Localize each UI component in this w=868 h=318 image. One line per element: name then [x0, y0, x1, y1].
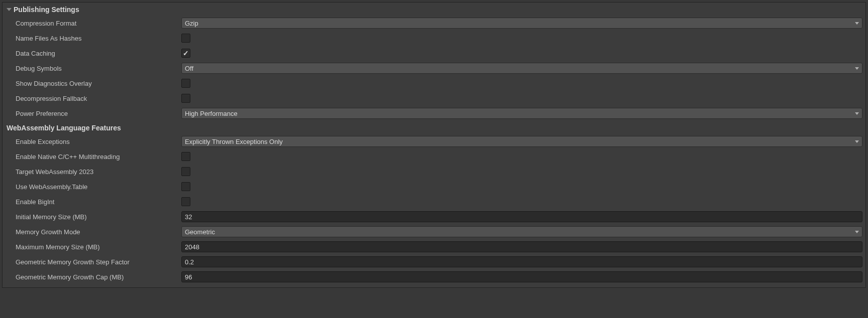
label-data-caching: Data Caching: [6, 50, 181, 57]
row-compression-format: Compression Format Gzip: [6, 16, 862, 31]
label-target-wasm-2023: Target WebAssembly 2023: [6, 168, 181, 176]
input-geometric-growth-cap[interactable]: [181, 271, 862, 282]
input-geometric-growth-step[interactable]: [181, 256, 862, 267]
chevron-down-icon: [855, 140, 859, 143]
row-data-caching: Data Caching: [6, 46, 862, 61]
dropdown-value: Geometric: [185, 228, 215, 236]
label-enable-exceptions: Enable Exceptions: [6, 138, 181, 145]
label-initial-memory-size: Initial Memory Size (MB): [6, 213, 181, 221]
label-memory-growth-mode: Memory Growth Mode: [6, 228, 181, 236]
label-show-diagnostics-overlay: Show Diagnostics Overlay: [6, 80, 181, 87]
chevron-down-icon: [855, 67, 859, 70]
checkbox-enable-bigint[interactable]: [181, 197, 190, 206]
chevron-down-icon: [855, 22, 859, 25]
dropdown-enable-exceptions[interactable]: Explicitly Thrown Exceptions Only: [181, 136, 862, 147]
label-maximum-memory-size: Maximum Memory Size (MB): [6, 243, 181, 251]
label-geometric-growth-step: Geometric Memory Growth Step Factor: [6, 258, 181, 266]
wasm-features-header: WebAssembly Language Features: [6, 124, 862, 132]
row-decompression-fallback: Decompression Fallback: [6, 91, 862, 106]
dropdown-power-preference[interactable]: High Performance: [181, 108, 862, 119]
row-target-wasm-2023: Target WebAssembly 2023: [6, 164, 862, 179]
dropdown-value: Explicitly Thrown Exceptions Only: [185, 138, 283, 145]
row-memory-growth-mode: Memory Growth Mode Geometric: [6, 224, 862, 239]
label-decompression-fallback: Decompression Fallback: [6, 95, 181, 102]
row-name-files-as-hashes: Name Files As Hashes: [6, 31, 862, 46]
chevron-down-icon: [855, 231, 859, 233]
chevron-down-icon: [855, 112, 859, 115]
publishing-settings-title: Publishing Settings: [14, 6, 79, 14]
row-enable-bigint: Enable BigInt: [6, 194, 862, 209]
label-name-files-as-hashes: Name Files As Hashes: [6, 35, 181, 42]
dropdown-compression-format[interactable]: Gzip: [181, 18, 862, 29]
checkbox-name-files-as-hashes[interactable]: [181, 34, 190, 43]
dropdown-value: High Performance: [185, 110, 238, 117]
checkbox-enable-native-multithreading[interactable]: [181, 152, 190, 161]
row-debug-symbols: Debug Symbols Off: [6, 61, 862, 76]
checkbox-decompression-fallback[interactable]: [181, 94, 190, 103]
input-maximum-memory-size[interactable]: [181, 241, 862, 252]
row-geometric-growth-step: Geometric Memory Growth Step Factor: [6, 254, 862, 269]
label-power-preference: Power Preference: [6, 110, 181, 117]
dropdown-debug-symbols[interactable]: Off: [181, 63, 862, 74]
checkbox-show-diagnostics-overlay[interactable]: [181, 79, 190, 88]
label-enable-bigint: Enable BigInt: [6, 198, 181, 206]
publishing-settings-header[interactable]: Publishing Settings: [6, 6, 862, 14]
checkbox-use-wasm-table[interactable]: [181, 182, 190, 191]
checkbox-data-caching[interactable]: [181, 49, 190, 58]
settings-panel: Publishing Settings Compression Format G…: [2, 2, 866, 288]
label-use-wasm-table: Use WebAssembly.Table: [6, 183, 181, 191]
row-use-wasm-table: Use WebAssembly.Table: [6, 179, 862, 194]
row-maximum-memory-size: Maximum Memory Size (MB): [6, 239, 862, 254]
label-debug-symbols: Debug Symbols: [6, 65, 181, 72]
row-power-preference: Power Preference High Performance: [6, 106, 862, 121]
input-initial-memory-size[interactable]: [181, 211, 862, 222]
dropdown-value: Gzip: [185, 20, 198, 27]
label-geometric-growth-cap: Geometric Memory Growth Cap (MB): [6, 273, 181, 281]
row-enable-native-multithreading: Enable Native C/C++ Multithreading: [6, 149, 862, 164]
dropdown-memory-growth-mode[interactable]: Geometric: [181, 226, 862, 237]
checkbox-target-wasm-2023[interactable]: [181, 167, 190, 176]
row-geometric-growth-cap: Geometric Memory Growth Cap (MB): [6, 269, 862, 284]
row-enable-exceptions: Enable Exceptions Explicitly Thrown Exce…: [6, 134, 862, 149]
label-enable-native-multithreading: Enable Native C/C++ Multithreading: [6, 153, 181, 161]
row-show-diagnostics-overlay: Show Diagnostics Overlay: [6, 76, 862, 91]
row-initial-memory-size: Initial Memory Size (MB): [6, 209, 862, 224]
dropdown-value: Off: [185, 65, 193, 72]
foldout-arrow-icon: [7, 8, 12, 11]
label-compression-format: Compression Format: [6, 20, 181, 27]
